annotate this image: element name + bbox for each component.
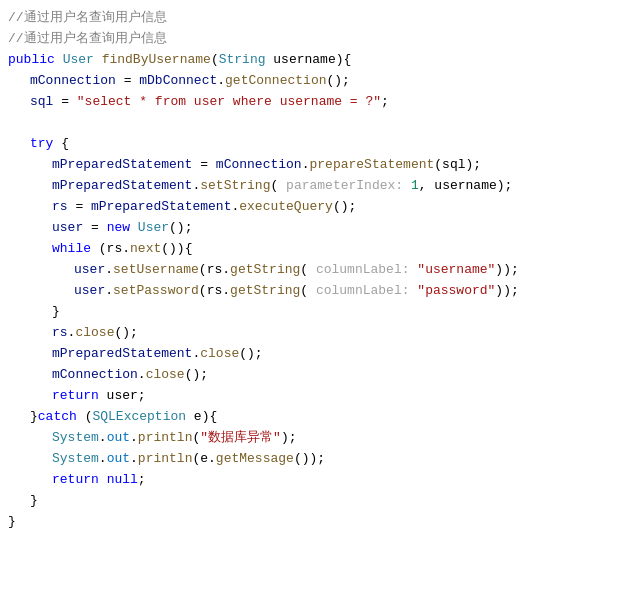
line-prepare: mPreparedStatement = mConnection.prepare… [0,155,634,176]
line-method-sig: public User findByUsername(String userna… [0,50,634,71]
line-println1: System.out.println("数据库异常"); [0,428,634,449]
line-println2: System.out.println(e.getMessage()); [0,449,634,470]
line-executequery: rs = mPreparedStatement.executeQuery(); [0,197,634,218]
line-empty1 [0,113,634,134]
line-catch: }catch (SQLException e){ [0,407,634,428]
line-rs-close: rs.close(); [0,323,634,344]
line-close-method: } [0,512,634,533]
line-comment: //通过用户名查询用户信息 [0,29,634,50]
code-block: //通过用户名查询用户信息//通过用户名查询用户信息public User fi… [0,0,634,541]
line-return-null: return null; [0,470,634,491]
line-stmt-close: mPreparedStatement.close(); [0,344,634,365]
line-conn-close: mConnection.close(); [0,365,634,386]
line-try: try { [0,134,634,155]
line-comment: //通过用户名查询用户信息 [0,8,634,29]
line-return-user: return user; [0,386,634,407]
line-close-while: } [0,302,634,323]
line-setpassword: user.setPassword(rs.getString( columnLab… [0,281,634,302]
line-while: while (rs.next()){ [0,239,634,260]
line-setstring: mPreparedStatement.setString( parameterI… [0,176,634,197]
line-connection: mConnection = mDbConnect.getConnection()… [0,71,634,92]
line-close-catch: } [0,491,634,512]
line-sql: sql = "select * from user where username… [0,92,634,113]
line-new-user: user = new User(); [0,218,634,239]
line-setusername: user.setUsername(rs.getString( columnLab… [0,260,634,281]
